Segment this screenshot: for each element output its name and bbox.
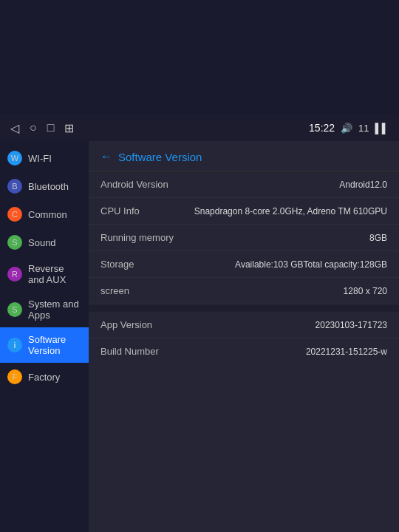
nav-buttons: ◁ ○ □ ⊞	[10, 121, 74, 135]
info-value: 20230103-171723	[316, 320, 387, 330]
app-container: W WI-FI B Bluetooth C Common S Sound R R…	[0, 141, 399, 532]
info-label: Build Number	[100, 346, 159, 357]
status-time: 15:22	[309, 122, 335, 134]
info-label: Running memory	[100, 232, 174, 243]
sidebar-item-software[interactable]: i Software Version	[0, 327, 89, 363]
status-battery: ▌▌	[375, 123, 389, 134]
info-row: Storage Available:103 GBTotal capacity:1…	[89, 251, 399, 278]
info-value: Android12.0	[339, 180, 387, 190]
sidebar-label-wifi: WI-FI	[28, 153, 52, 164]
info-table: Android Version Android12.0 CPU Info Sna…	[89, 171, 399, 532]
info-value: 1280 x 720	[344, 286, 387, 296]
sidebar-label-bluetooth: Bluetooth	[28, 181, 69, 192]
sidebar-label-common: Common	[28, 209, 67, 220]
sidebar-label-reverse: Reverse and AUX	[28, 263, 81, 285]
content-title: Software Version	[118, 151, 202, 163]
recents-nav-icon[interactable]: □	[47, 121, 55, 134]
section-divider	[89, 304, 399, 312]
info-row: Android Version Android12.0	[89, 171, 399, 198]
status-bar: ◁ ○ □ ⊞ 15:22 🔊 11 ▌▌	[0, 115, 399, 141]
sidebar-item-sound[interactable]: S Sound	[0, 228, 89, 256]
info-row: App Version 20230103-171723	[89, 312, 399, 338]
info-label: App Version	[100, 319, 152, 330]
sidebar-icon-common: C	[7, 207, 22, 222]
sidebar-item-system[interactable]: S System and Apps	[0, 292, 89, 327]
info-value: Snapdragon 8-core 2.0GHz, Adreno TM 610G…	[194, 206, 387, 216]
sidebar-item-factory[interactable]: F Factory	[0, 363, 89, 391]
info-value: 8GB	[369, 233, 387, 243]
info-value: 20221231-151225-w	[306, 347, 387, 357]
sidebar-icon-software: i	[7, 338, 22, 352]
sidebar-label-software: Software Version	[28, 334, 81, 356]
status-volume: 11	[358, 123, 369, 134]
status-signal: 🔊	[341, 123, 352, 134]
sidebar-label-sound: Sound	[28, 237, 56, 248]
status-right: 15:22 🔊 11 ▌▌	[309, 122, 389, 134]
info-row: screen 1280 x 720	[89, 278, 399, 304]
content-header: ← Software Version	[89, 141, 399, 171]
info-row: Build Number 20221231-151225-w	[89, 338, 399, 364]
sidebar-label-system: System and Apps	[28, 299, 81, 321]
sidebar-icon-sound: S	[7, 235, 22, 250]
multitask-nav-icon[interactable]: ⊞	[64, 121, 74, 135]
sidebar-icon-system: S	[7, 302, 22, 317]
info-label: CPU Info	[100, 205, 140, 216]
sidebar-icon-factory: F	[7, 369, 22, 384]
back-nav-icon[interactable]: ◁	[10, 121, 19, 135]
home-nav-icon[interactable]: ○	[30, 121, 37, 134]
top-spacer	[0, 0, 399, 115]
main-content: ← Software Version Android Version Andro…	[89, 141, 399, 532]
info-label: screen	[100, 285, 129, 296]
sidebar-label-factory: Factory	[28, 372, 60, 383]
sidebar-item-common[interactable]: C Common	[0, 200, 89, 228]
sidebar-item-reverse[interactable]: R Reverse and AUX	[0, 256, 89, 292]
back-button[interactable]: ←	[100, 150, 112, 163]
info-row: CPU Info Snapdragon 8-core 2.0GHz, Adren…	[89, 198, 399, 225]
sidebar-icon-reverse: R	[7, 267, 22, 282]
sidebar-icon-wifi: W	[7, 151, 22, 166]
sidebar-item-bluetooth[interactable]: B Bluetooth	[0, 172, 89, 200]
sidebar: W WI-FI B Bluetooth C Common S Sound R R…	[0, 141, 89, 532]
sidebar-icon-bluetooth: B	[7, 179, 22, 194]
info-label: Storage	[100, 259, 134, 270]
sidebar-item-wifi[interactable]: W WI-FI	[0, 144, 89, 172]
info-label: Android Version	[100, 179, 168, 190]
info-row: Running memory 8GB	[89, 225, 399, 251]
info-value: Available:103 GBTotal capacity:128GB	[235, 259, 387, 270]
